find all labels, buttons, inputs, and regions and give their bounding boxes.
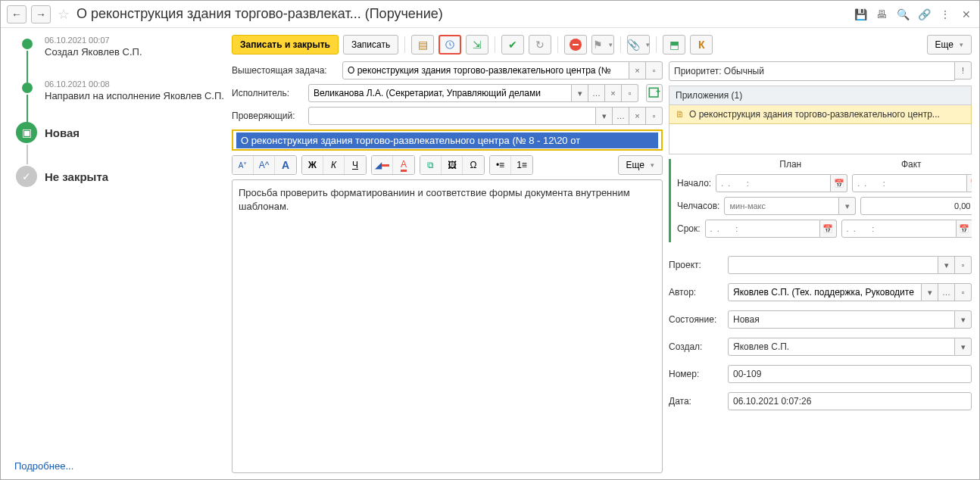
clear-button[interactable]: × [629,61,646,79]
dropdown-button[interactable]: ▾ [596,107,613,125]
highlight-button[interactable]: ◢ [372,156,393,174]
preview-icon[interactable]: 🔍 [896,8,910,21]
status-new-icon: ▣ [16,122,37,143]
font-increase-button[interactable]: A^ [254,156,275,174]
open-button[interactable]: ▫ [646,107,663,125]
timeline-dot-icon [22,39,33,49]
more-details-link[interactable]: Подробнее... [14,457,224,475]
number-list-button[interactable]: 1≡ [511,156,532,174]
priority-field[interactable]: Приоритет: Обычный [669,61,955,81]
dropdown-button[interactable]: ▾ [938,256,955,274]
attachments-header[interactable]: Приложения (1) [669,86,972,105]
nav-forward-button[interactable]: → [31,5,51,23]
date-label: Дата: [669,396,723,407]
bullet-list-button[interactable]: •≡ [490,156,511,174]
attachment-item[interactable]: 🗎 О реконструкция здания торгово-развлек… [669,105,972,124]
calendar-icon[interactable]: 📅 [957,220,972,238]
nav-back-button[interactable]: ← [7,5,27,23]
svg-rect-2 [573,44,579,45]
start-plan-input[interactable] [716,174,831,192]
created-input[interactable]: Яковлев С.П. [728,338,955,356]
start-fact-input[interactable] [852,174,967,192]
time-tracking-button[interactable] [439,35,461,55]
dropdown-button[interactable]: ▾ [955,310,972,329]
link-icon[interactable]: 🔗 [917,8,931,21]
parent-task-input[interactable] [342,61,629,79]
plan-column-header: План [730,159,851,170]
hours-plan-input[interactable] [724,197,839,215]
status-new-label: Новая [45,123,224,139]
redirect-button[interactable]: ⇲ [466,35,488,55]
subject-field[interactable]: О реконструкция здания торгово-развлекат… [232,129,663,151]
print-icon[interactable]: 🖶 [875,8,888,21]
deadline-plan-input[interactable] [705,220,820,238]
start-label: Начало: [677,178,711,189]
dropdown-icon[interactable]: ▾ [839,197,856,215]
checker-input[interactable] [308,107,596,125]
save-button[interactable]: Записать [343,35,398,55]
author-label: Автор: [669,287,723,298]
timeline-dot-icon [22,83,33,93]
toolbar-more-button[interactable]: Еще [927,35,972,55]
created-label: Создал: [669,341,723,352]
italic-button[interactable]: К [323,156,345,174]
state-input[interactable]: Новая [728,310,955,329]
priority-flag-button[interactable]: ! [955,61,972,79]
project-input[interactable] [728,256,938,274]
timeline-time: 06.10.2021 00:07 [45,36,224,45]
favorite-star-button[interactable]: ☆ [55,6,72,23]
executor-input[interactable] [308,84,572,102]
body-editor[interactable]: Просьба проверить форматированиин и соот… [232,179,663,473]
complete-button[interactable]: ✔ [501,35,524,55]
address-book-button[interactable]: ▤ [411,35,434,55]
calendar-icon[interactable]: 📅 [967,174,972,192]
open-button[interactable]: ▫ [955,256,972,274]
insert-symbol-button[interactable]: Ω [463,156,484,174]
editor-more-button[interactable]: Еще [618,155,663,175]
author-input[interactable] [728,283,922,301]
open-button[interactable]: ▫ [622,84,638,102]
executor-label: Исполнитель: [232,88,304,98]
close-icon[interactable]: ✕ [960,8,973,21]
flag-button[interactable]: ⚑ [591,35,614,55]
calendar-icon[interactable]: 📅 [820,220,837,238]
state-label: Состояние: [669,314,723,325]
k-button[interactable]: К [690,35,713,55]
add-executor-button[interactable] [646,84,663,102]
refresh-button[interactable]: ↻ [529,35,551,55]
underline-button[interactable]: Ч [345,156,366,174]
dropdown-button[interactable]: ▾ [955,338,972,356]
clear-button[interactable]: × [605,84,622,102]
font-decrease-button[interactable]: A˅ [233,156,254,174]
save-icon[interactable]: 💾 [854,8,867,21]
open-button[interactable]: ▫ [646,61,663,79]
kebab-menu-icon[interactable]: ⋮ [938,8,952,21]
stop-button[interactable] [564,35,587,55]
ellipsis-button[interactable]: … [588,84,605,102]
fact-column-header: Факт [851,159,972,170]
ellipsis-button[interactable]: … [938,283,955,301]
clear-button[interactable]: × [629,107,646,125]
font-color-button[interactable]: A [393,156,414,174]
attach-button[interactable]: 📎 [627,35,650,55]
deadline-fact-input[interactable] [841,220,957,238]
font-style-button[interactable]: A [275,156,296,174]
hours-fact-input[interactable] [860,197,972,215]
svg-rect-3 [649,88,658,97]
structure-button[interactable]: ⬒ [663,35,685,55]
number-input[interactable]: 00-109 [728,365,972,383]
bold-button[interactable]: Ж [302,156,323,174]
save-and-close-button[interactable]: Записать и закрыть [232,35,339,55]
checker-label: Проверяющий: [232,111,304,121]
open-button[interactable]: ▫ [955,283,972,301]
dropdown-button[interactable]: ▾ [572,84,588,102]
date-input[interactable]: 06.10.2021 0:07:26 [728,392,972,410]
timeline-text: Создал Яковлев С.П. [45,46,224,58]
calendar-icon[interactable]: 📅 [831,174,847,192]
dropdown-button[interactable]: ▾ [922,283,938,301]
parent-task-label: Вышестоящая задача: [232,65,338,76]
insert-image-button[interactable]: 🖼 [442,156,463,174]
insert-link-button[interactable]: ⧉ [420,156,442,174]
timeline-text: Направил на исполнение Яковлев С.П. [45,90,224,101]
ellipsis-button[interactable]: … [613,107,629,125]
